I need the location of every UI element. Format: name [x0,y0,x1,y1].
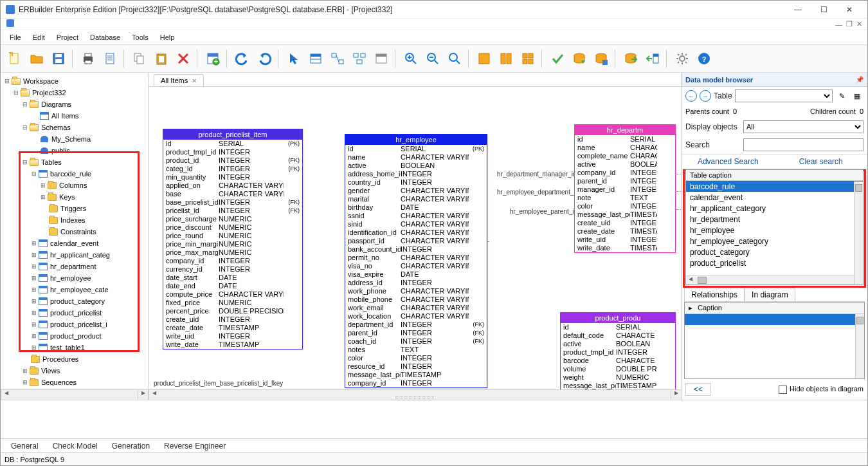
tree-all-items[interactable]: All Items [51,112,78,120]
report-icon[interactable] [100,48,120,69]
undo-icon[interactable] [232,48,253,69]
object-select[interactable] [735,89,833,102]
expand-icon[interactable]: ⊞ [21,368,29,374]
print-icon[interactable] [78,48,98,69]
tree-schema-item[interactable]: My_Schema [51,135,91,143]
expand-icon[interactable]: ⊞ [21,379,29,386]
zoom-in-icon[interactable] [401,48,421,69]
copy-icon[interactable] [129,48,150,69]
expand-icon[interactable]: ⊞ [30,263,38,270]
db-save-icon[interactable] [591,48,611,69]
inner-restore[interactable]: ❐ [846,20,853,28]
tree-folder[interactable]: Triggers [60,205,86,212]
tree-table-item[interactable]: product_pricelist [50,309,102,317]
advanced-search-button[interactable]: Advanced Search [682,154,775,169]
grid-row[interactable]: product_pricelist [686,257,863,268]
help-icon[interactable]: ? [694,48,714,69]
pointer-icon[interactable] [284,48,304,69]
tab-all-items[interactable]: All Items✕ [154,74,204,86]
expand-icon[interactable]: ⊟ [3,78,11,84]
nav-back-button[interactable]: << [685,383,711,396]
menu-tools[interactable]: Tools [127,32,154,42]
delete-icon[interactable] [173,48,194,69]
grid-row[interactable]: hr_employee [686,225,863,236]
expand-icon[interactable]: ⊟ [12,89,20,96]
tab-in-diagram[interactable]: In diagram [745,288,795,301]
tree-hscrollbar[interactable]: ◀▶ [1,389,148,400]
tree-diagrams[interactable]: Diagrams [41,100,71,108]
menu-edit[interactable]: Edit [28,32,50,42]
expand-icon[interactable]: ⊟ [30,171,38,177]
btab-reverse[interactable]: Reverse Engineer [158,440,232,452]
tree-table-item[interactable]: barcode_rule [50,170,91,178]
grid-row[interactable]: hr_department [686,214,863,225]
table-tool-icon[interactable] [305,48,326,69]
expand-icon[interactable]: ⊞ [30,298,38,304]
tree-table-item[interactable]: hr_department [50,263,96,270]
hide-objects-checkbox[interactable]: Hide objects in diagram [779,385,863,394]
db-run-icon[interactable] [569,48,590,69]
btab-check-model[interactable]: Check Model [46,440,104,452]
btab-generation[interactable]: Generation [105,440,156,452]
splitter-handle[interactable] [395,396,434,398]
expand-icon[interactable]: ⊟ [21,101,29,107]
tree-table-item[interactable]: hr_employee_cate [50,286,109,294]
expand-icon[interactable]: ⊞ [30,286,38,293]
expand-icon[interactable]: ⊞ [30,240,38,247]
layout-2-icon[interactable] [496,48,516,69]
tree-views[interactable]: Views [41,367,60,375]
tab-relationships[interactable]: Relationships [684,288,745,301]
view-tool-icon[interactable] [371,48,392,69]
tree-schema-item[interactable]: public [51,147,70,154]
save-icon[interactable] [48,48,69,69]
tree-workspace[interactable]: Workspace [23,77,59,85]
tree-folder[interactable]: Keys [59,193,75,201]
expand-icon[interactable]: ⊞ [30,344,38,351]
entity-hr-department[interactable]: hr_departm idSERIALnameCHARACTcomplete_n… [574,124,676,253]
grid-row[interactable]: calendar_event [686,192,863,203]
expand-icon[interactable]: ⊞ [30,321,38,328]
display-objects-select[interactable]: All [743,120,863,133]
tree-table-item[interactable]: calendar_event [50,239,98,247]
tree-table-item[interactable]: product_product [50,332,102,340]
nav-fwd-icon[interactable]: → [700,90,711,102]
settings-icon[interactable] [672,48,692,69]
expand-icon[interactable]: ⊞ [30,310,38,316]
close-button[interactable]: ✕ [836,1,862,18]
entity-product-product[interactable]: product_produ idSERIALdefault_codeCHARAC… [560,312,676,389]
zoom-fit-icon[interactable] [444,48,465,69]
locate-icon[interactable]: ▦ [851,89,863,102]
expand-icon[interactable]: ⊞ [30,333,38,339]
menu-help[interactable]: Help [155,32,180,42]
new-icon[interactable] [5,48,25,69]
tab-close-icon[interactable]: ✕ [192,77,197,84]
relation-1n-icon[interactable] [327,48,348,69]
expand-icon[interactable]: ⊞ [39,194,47,200]
tree-table-item[interactable]: hr_employee [50,274,91,282]
zoom-out-icon[interactable] [422,48,443,69]
paste-icon[interactable] [151,48,172,69]
expand-icon[interactable]: ⊞ [30,275,38,281]
search-input[interactable] [743,138,863,151]
open-icon[interactable] [26,48,47,69]
redo-icon[interactable] [254,48,275,69]
nav-back-icon[interactable]: ← [685,90,697,102]
expand-icon[interactable]: ⊞ [30,252,38,258]
validate-icon[interactable] [547,48,568,69]
tree-view[interactable]: ⊟Workspace ⊟Project332 ⊟Diagrams All Ite… [1,73,148,389]
menu-file[interactable]: File [5,32,26,42]
tree-tables[interactable]: Tables [41,158,62,166]
tree-sequences[interactable]: Sequences [41,378,77,386]
caption-row[interactable] [685,314,864,325]
menu-database[interactable]: Database [85,32,125,42]
tree-table-item[interactable]: test_table1 [50,344,85,351]
tree-table-item[interactable]: product_pricelist_i [50,321,107,328]
btab-general[interactable]: General [5,440,45,452]
entity-product-pricelist-item[interactable]: product_pricelist_item idSERIAL(PK)produ… [163,129,303,350]
tree-project[interactable]: Project332 [32,89,66,97]
minimize-button[interactable]: — [785,1,811,18]
expand-icon[interactable]: ⊟ [21,159,29,165]
reverse-icon[interactable] [642,48,663,69]
table-caption-grid[interactable]: Table caption barcode_rulecalendar_event… [685,169,863,285]
grid-row[interactable]: hr_applicant_category [686,203,863,214]
